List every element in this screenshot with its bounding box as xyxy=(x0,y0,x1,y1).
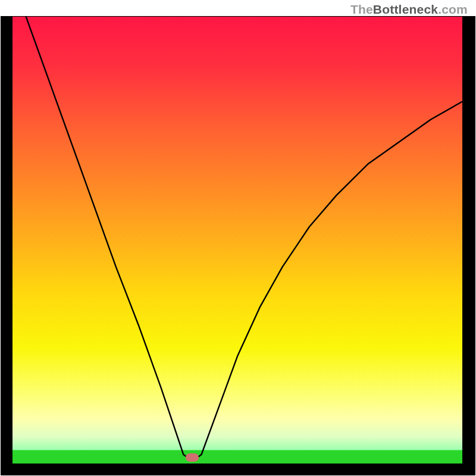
watermark-suffix: .com xyxy=(438,2,468,16)
plot-area xyxy=(12,17,462,464)
optimum-marker xyxy=(186,453,199,462)
watermark: TheBottleneck.com xyxy=(350,2,468,17)
watermark-main: Bottleneck xyxy=(373,2,438,16)
root: TheBottleneck.com xyxy=(0,0,476,476)
plot-svg xyxy=(12,17,462,464)
green-band xyxy=(12,450,462,464)
gradient-background xyxy=(12,17,462,464)
watermark-prefix: The xyxy=(350,2,373,16)
chart-frame xyxy=(1,16,475,475)
